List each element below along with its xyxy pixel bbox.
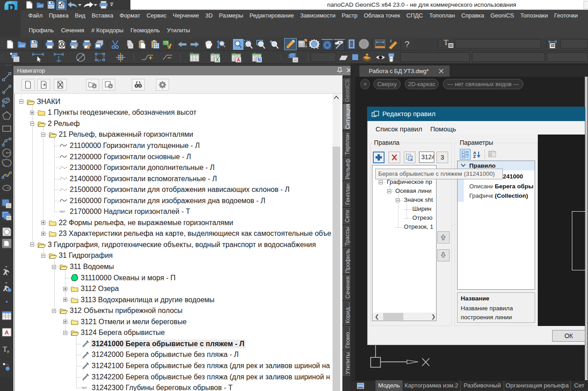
svg-text:X: X xyxy=(216,57,219,62)
svg-text:A: A xyxy=(60,42,63,47)
svg-text:i: i xyxy=(390,39,392,43)
svg-text:Z: Z xyxy=(473,154,476,158)
svg-text:e: e xyxy=(7,349,9,354)
svg-text:A: A xyxy=(4,329,9,336)
svg-text:T: T xyxy=(3,345,7,353)
svg-text:A: A xyxy=(237,57,240,62)
svg-text:N: N xyxy=(257,57,260,62)
